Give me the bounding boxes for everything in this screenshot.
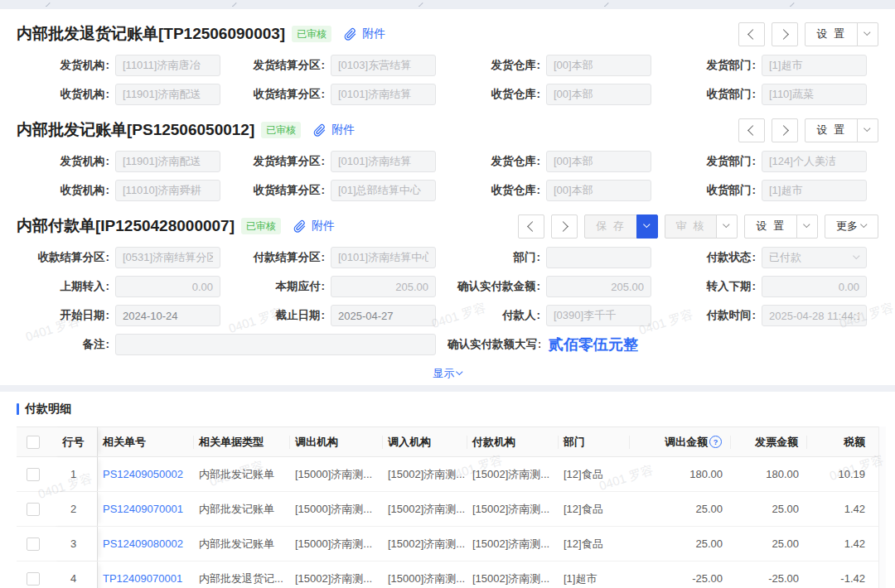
chevron-left-icon [527, 221, 538, 232]
settings-button[interactable]: 设 置 [805, 118, 858, 142]
input-recv-dept[interactable]: [1]超市 [762, 180, 867, 201]
chevron-down-icon [456, 369, 462, 375]
input-ship-org[interactable]: [11011]济南唐冶 [115, 55, 220, 76]
status-badge: 已审核 [292, 26, 331, 42]
input-confirmed-paid[interactable]: 205.00 [546, 276, 651, 297]
next-button[interactable] [772, 118, 798, 142]
column-header-label: 相关单号 [103, 436, 146, 449]
field-recv-org: 收货机构[11901]济南配送 [17, 84, 232, 105]
cell-doc-type: 内部批发记账单 [194, 502, 290, 517]
column-header-label: 行号 [63, 435, 85, 450]
input-recv-settle-zone[interactable]: [01]总部结算中心 [331, 180, 436, 201]
chevron-down-icon [803, 221, 810, 228]
settings-dropdown-button[interactable] [857, 22, 878, 46]
input-ship-org[interactable]: [11901]济南配送 [115, 151, 220, 172]
settings-button[interactable]: 设 置 [805, 22, 858, 46]
input-ship-warehouse[interactable]: [00]本部 [546, 151, 651, 172]
chevron-down-icon [232, 2, 239, 7]
chevron-down-icon [864, 29, 870, 36]
attachment-link[interactable]: 附件 [331, 123, 355, 137]
field-ship-warehouse: 发货仓库[00]本部 [448, 55, 663, 76]
input-recv-org[interactable]: [11901]济南配送 [115, 84, 220, 105]
field-label: 发货结算分区 [232, 58, 325, 73]
cell-doc-type: 内部批发记账单 [194, 467, 290, 482]
input-ship-warehouse[interactable]: [00]本部 [546, 55, 651, 76]
cell-doc-no[interactable]: PS12409050002 [98, 468, 194, 480]
cell-pay-org: [15002]济南测... [467, 467, 559, 482]
chevron-down-icon [46, 2, 52, 7]
amount-in-words: 贰佰零伍元整 [549, 335, 638, 354]
row-checkbox[interactable] [27, 503, 40, 516]
input-carry-next[interactable]: 0.00 [762, 276, 867, 297]
input-pay-time[interactable]: 2025-04-28 11:44:14 [762, 305, 867, 326]
select-pay-status[interactable]: 已付款 [762, 247, 867, 268]
next-button[interactable] [551, 214, 578, 239]
prev-button[interactable] [738, 22, 765, 46]
field-label: 上期转入 [17, 279, 109, 294]
attachment-link[interactable]: 附件 [312, 219, 335, 234]
settings-dropdown-button[interactable] [857, 118, 878, 142]
input-recv-warehouse[interactable]: [00]本部 [546, 84, 651, 105]
field-recv-settle-zone: 收款结算分区[0531]济南结算分区 [17, 247, 232, 268]
input-department[interactable] [546, 247, 651, 268]
field-confirmed-paid: 确认实付款金额205.00 [448, 276, 663, 297]
chevron-down-icon [643, 221, 650, 228]
cell-dept: [1]超市 [559, 571, 630, 586]
field-label: 收款结算分区 [17, 250, 109, 265]
help-icon[interactable]: ? [709, 436, 722, 448]
input-ship-settle-zone[interactable]: [0101]济南结算 [331, 151, 436, 172]
input-prev-carry-in[interactable]: 0.00 [115, 276, 220, 297]
input-remark[interactable] [115, 334, 436, 355]
row-checkbox[interactable] [27, 537, 40, 551]
field-recv-dept: 收货部门[110]蔬菜 [663, 84, 878, 105]
row-checkbox[interactable] [27, 572, 40, 586]
input-pay-settle-zone[interactable]: [0101]济南结算中心 [331, 247, 436, 268]
prev-button[interactable] [518, 214, 544, 239]
chevron-down-icon [604, 2, 611, 7]
input-ship-dept[interactable]: [1]超市 [762, 55, 867, 76]
cell-doc-no[interactable]: PS12409070001 [98, 503, 194, 515]
field-label: 付款人 [448, 308, 540, 323]
input-recv-warehouse[interactable]: [00]本部 [546, 180, 651, 201]
input-recv-settle-zone[interactable]: [0101]济南结算 [331, 84, 436, 105]
input-recv-org[interactable]: [11010]济南舜耕 [115, 180, 220, 201]
cell-line-no: 4 [50, 561, 98, 588]
input-recv-dept[interactable]: [110]蔬菜 [762, 84, 867, 105]
select-all-checkbox[interactable] [27, 436, 40, 449]
show-more-toggle[interactable]: 显示 [433, 366, 462, 381]
audit-button[interactable]: 审 核 [665, 214, 718, 239]
field-pay-status: 付款状态已付款 [663, 247, 878, 268]
audit-dropdown-button[interactable] [716, 214, 738, 239]
input-current-payable[interactable]: 205.00 [331, 276, 436, 297]
input-ship-dept[interactable]: [124]个人美洁 [762, 151, 867, 172]
row-checkbox[interactable] [27, 468, 40, 481]
more-button[interactable]: 更多 [825, 214, 878, 239]
save-button[interactable]: 保 存 [584, 214, 637, 239]
input-ship-settle-zone[interactable]: [0103]东营结算 [331, 55, 436, 76]
cell-out-org: [15002]济南测... [290, 571, 383, 586]
section-divider [0, 385, 895, 392]
field-label: 发货机构 [17, 58, 109, 73]
chevron-down-icon [723, 221, 729, 228]
attachment-link[interactable]: 附件 [362, 27, 385, 41]
settings-split-button: 设 置 [744, 214, 818, 239]
input-recv-settle-zone[interactable]: [0531]济南结算分区 [115, 247, 220, 268]
cell-out-org: [15000]济南测... [290, 502, 383, 517]
input-payer[interactable]: [0390]李千千 [546, 305, 651, 326]
settings-dropdown-button[interactable] [796, 214, 818, 239]
vertical-scrollbar[interactable] [878, 427, 886, 588]
field-label: 确认实付款金额 [448, 279, 540, 294]
next-button[interactable] [772, 22, 798, 46]
cell-doc-no[interactable]: PS12409080002 [98, 537, 194, 550]
column-header: 调出机构 [290, 436, 383, 449]
cell-doc-no[interactable]: TP12409070001 [98, 572, 194, 585]
field-payer: 付款人[0390]李千千 [448, 305, 663, 326]
table-row: 1PS12409050002内部批发记账单[15000]济南测...[15002… [17, 457, 878, 492]
field-start-date: 开始日期2024-10-24 [17, 305, 232, 326]
settings-button[interactable]: 设 置 [744, 214, 797, 239]
save-dropdown-button[interactable] [636, 214, 658, 239]
input-end-date[interactable]: 2025-04-27 [331, 305, 436, 326]
prev-button[interactable] [738, 118, 765, 142]
input-start-date[interactable]: 2024-10-24 [115, 305, 220, 326]
cell-line-no: 3 [50, 527, 98, 561]
